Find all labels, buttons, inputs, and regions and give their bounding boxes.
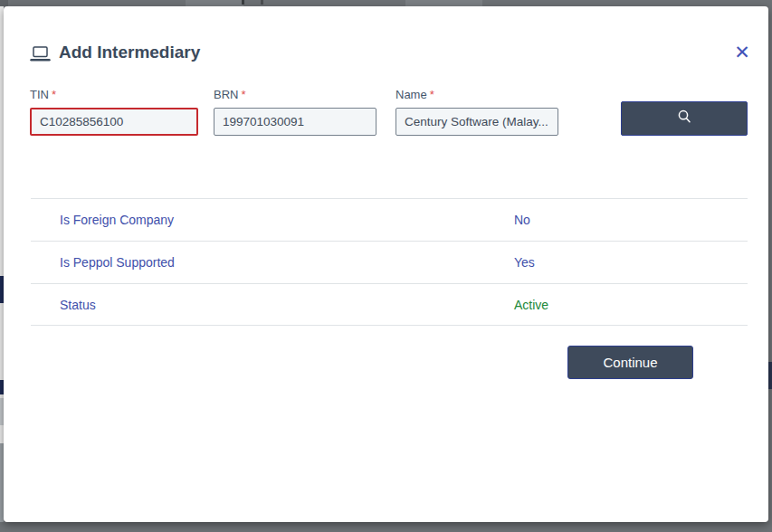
dimmed-background-top [0, 0, 772, 6]
detail-value: Yes [514, 255, 535, 270]
intermediary-details-table: Is Foreign Company No Is Peppol Supporte… [31, 198, 748, 326]
tin-input[interactable] [30, 108, 198, 136]
detail-label: Is Foreign Company [31, 213, 514, 227]
dialog-title-text: Add Intermediary [59, 43, 200, 62]
close-icon[interactable]: ✕ [730, 41, 754, 64]
required-asterisk: * [430, 88, 434, 101]
brn-input[interactable] [214, 108, 376, 136]
search-button[interactable] [621, 101, 748, 136]
add-intermediary-dialog: ✕ Add Intermediary TIN* BRN* Name* [4, 6, 768, 522]
tin-label: TIN* [30, 88, 198, 101]
name-label: Name* [396, 88, 558, 101]
dimmed-background-fragment [261, 0, 263, 5]
brn-field-group: BRN* [214, 88, 376, 136]
detail-label: Status [31, 298, 514, 312]
dimmed-background-right [768, 6, 772, 522]
table-row: Is Peppol Supported Yes [31, 241, 748, 283]
dialog-title: Add Intermediary [30, 43, 200, 62]
dimmed-background-fragment [186, 0, 243, 6]
dimmed-background-fragment [0, 0, 8, 6]
dimmed-background-fragment [768, 362, 772, 389]
dimmed-background-fragment [405, 0, 482, 6]
required-asterisk: * [52, 88, 56, 101]
continue-button[interactable]: Continue [567, 346, 693, 379]
search-icon [676, 109, 692, 128]
name-field-group: Name* [396, 88, 558, 136]
tin-field-group: TIN* [30, 88, 198, 136]
detail-value: No [514, 213, 530, 227]
name-input[interactable] [396, 108, 558, 136]
brn-label: BRN* [214, 88, 376, 101]
required-asterisk: * [241, 88, 245, 101]
dimmed-background-fragment [242, 0, 244, 5]
laptop-icon [30, 45, 51, 62]
table-row: Status Active [31, 283, 748, 326]
table-row: Is Foreign Company No [31, 198, 748, 241]
detail-label: Is Peppol Supported [31, 255, 514, 270]
status-badge: Active [514, 298, 548, 312]
